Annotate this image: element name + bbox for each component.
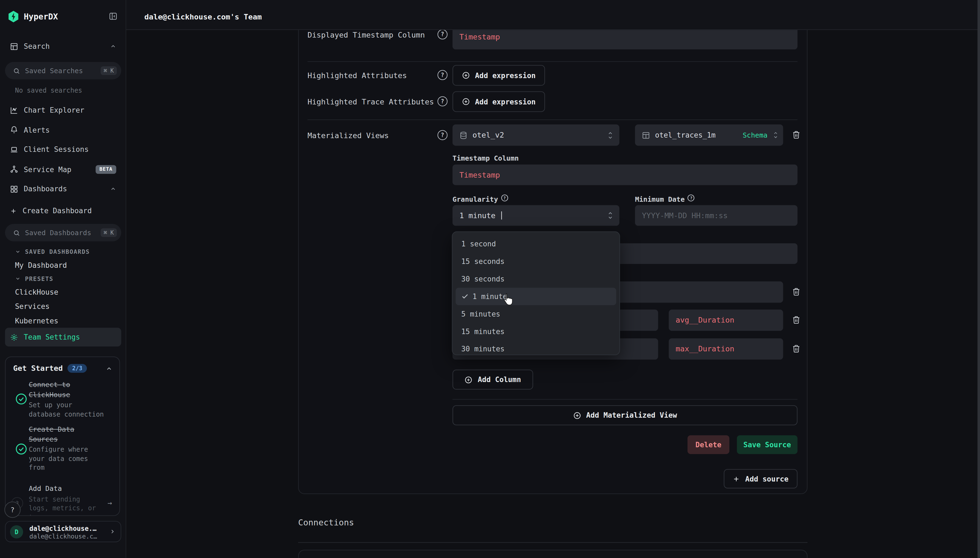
sidebar-item-alerts[interactable]: Alerts xyxy=(5,122,121,138)
sidebar-item-services[interactable]: Services xyxy=(15,302,49,311)
plus-circle-icon xyxy=(573,411,581,419)
laptop-icon xyxy=(10,146,18,154)
label-text: Minimum Date xyxy=(635,195,684,204)
get-started-item[interactable]: Connect to ClickHouse Set up your databa… xyxy=(29,380,120,418)
sidebar-item-kubernetes[interactable]: Kubernetes xyxy=(15,317,58,325)
select-value: otel_traces_1m xyxy=(655,131,715,140)
create-dashboard-label: Create Dashboard xyxy=(23,206,92,215)
avatar: D xyxy=(10,525,23,538)
saved-dashboards-section-header[interactable]: SAVED DASHBOARDS xyxy=(15,248,90,255)
granularity-select[interactable]: 1 minute xyxy=(453,205,619,226)
help-icon[interactable]: ? xyxy=(688,195,695,202)
granularity-dropdown: 1 second 15 seconds 30 seconds 1 minute … xyxy=(452,231,620,355)
add-source-button[interactable]: Add source xyxy=(724,469,797,488)
input-placeholder: YYYY-MM-DD HH:mm:ss xyxy=(642,211,728,220)
presets-section-header[interactable]: PRESETS xyxy=(15,275,53,282)
add-column-button[interactable]: Add Column xyxy=(453,370,533,390)
create-dashboard-button[interactable]: Create Dashboard xyxy=(5,202,121,219)
dropdown-option[interactable]: 15 seconds xyxy=(455,253,616,270)
page-title: dale@clickhouse.com's Team xyxy=(144,13,262,21)
button-label: Add Column xyxy=(478,375,521,384)
label-text: Granularity xyxy=(453,195,498,204)
delete-column-icon[interactable] xyxy=(792,315,801,325)
no-saved-searches-text: No saved searches xyxy=(15,86,82,94)
section-header-label: SAVED DASHBOARDS xyxy=(25,248,90,255)
connections-title: Connections xyxy=(298,517,354,527)
sidebar-item-client-sessions[interactable]: Client Sessions xyxy=(5,141,121,158)
collapse-sidebar-icon[interactable] xyxy=(109,12,118,21)
delete-column-icon[interactable] xyxy=(792,344,801,353)
search-icon xyxy=(13,229,20,236)
chart-explorer-icon xyxy=(10,106,18,114)
check-icon xyxy=(461,293,469,300)
materialized-views-label: Materialized Views xyxy=(308,131,389,140)
chevron-up-icon xyxy=(110,186,116,192)
dropdown-option-selected[interactable]: 1 minute xyxy=(455,288,616,305)
dashboards-icon xyxy=(10,185,18,193)
user-email: dale@clickhouse.c… xyxy=(29,533,97,540)
dropdown-option[interactable]: 15 minutes xyxy=(455,323,616,340)
highlighted-attributes-label: Highlighted Attributes xyxy=(308,71,407,80)
app-root: HyperDX Search Saved Searches ⌘ K No sav… xyxy=(0,0,980,558)
help-icon[interactable]: ? xyxy=(437,70,448,80)
help-button[interactable]: ? xyxy=(4,502,21,518)
sidebar-item-team-settings[interactable]: Team Settings xyxy=(5,328,121,346)
timestamp-column-label: Timestamp Column xyxy=(453,154,519,163)
dropdown-option[interactable]: 30 seconds xyxy=(455,270,616,288)
column-name-input[interactable]: avg__Duration xyxy=(669,310,783,331)
help-icon[interactable]: ? xyxy=(501,195,508,202)
saved-searches-input[interactable]: Saved Searches ⌘ K xyxy=(5,62,121,79)
dropdown-option[interactable]: 30 minutes xyxy=(455,340,616,358)
user-menu[interactable]: D dale@clickhouse.… dale@clickhouse.c… xyxy=(5,521,121,542)
button-label: Add Materialized View xyxy=(586,411,677,420)
sidebar-item-my-dashboard[interactable]: My Dashboard xyxy=(15,261,67,270)
add-materialized-view-button[interactable]: Add Materialized View xyxy=(453,405,798,425)
materialized-table-select[interactable]: otel_traces_1m Schema xyxy=(635,125,783,146)
gear-icon xyxy=(10,333,18,341)
sidebar-item-label: Search xyxy=(24,42,50,51)
dropdown-option[interactable]: 5 minutes xyxy=(455,305,616,323)
saved-dashboards-placeholder: Saved Dashboards xyxy=(25,228,95,237)
sidebar-item-label: Dashboards xyxy=(24,184,67,193)
chevron-right-icon xyxy=(109,528,116,535)
sidebar-item-search[interactable]: Search xyxy=(5,38,121,54)
team-settings-label: Team Settings xyxy=(24,333,80,341)
schema-badge[interactable]: Schema xyxy=(743,131,767,139)
search-icon xyxy=(13,67,20,74)
help-icon[interactable]: ? xyxy=(437,96,448,106)
delete-materialized-view-icon[interactable] xyxy=(792,130,801,140)
get-started-item[interactable]: Create Data Sources Configure where your… xyxy=(29,425,120,472)
displayed-timestamp-input[interactable]: Timestamp xyxy=(453,30,798,49)
get-started-header[interactable]: Get Started 2/3 xyxy=(13,364,87,373)
get-started-card: Get Started 2/3 Connect to ClickHouse Se… xyxy=(5,356,120,516)
service-map-icon xyxy=(10,165,18,173)
chevron-up-icon[interactable] xyxy=(106,365,113,372)
sidebar-item-clickhouse[interactable]: ClickHouse xyxy=(15,288,58,297)
help-icon[interactable]: ? xyxy=(437,130,448,140)
add-expression-button[interactable]: Add expression xyxy=(453,91,545,112)
button-label: Add source xyxy=(745,474,789,483)
check-circle-icon xyxy=(15,443,28,456)
scrollbar[interactable] xyxy=(978,0,980,558)
button-label: Add expression xyxy=(475,97,535,106)
delete-column-icon[interactable] xyxy=(792,287,801,296)
saved-searches-placeholder: Saved Searches xyxy=(25,67,95,75)
minimum-date-input[interactable]: YYYY-MM-DD HH:mm:ss xyxy=(635,205,797,226)
search-section-icon xyxy=(10,42,18,51)
saved-dashboards-input[interactable]: Saved Dashboards ⌘ K xyxy=(5,224,121,241)
sidebar-item-service-map[interactable]: Service Map BETA xyxy=(5,161,121,177)
shortcut-badge: ⌘ K xyxy=(100,228,117,237)
add-expression-button[interactable]: Add expression xyxy=(453,65,545,85)
get-started-item[interactable]: Add Data Start sending logs, metrics, or… xyxy=(29,484,120,516)
column-name-input[interactable]: max__Duration xyxy=(669,338,783,360)
save-source-button[interactable]: Save Source xyxy=(737,435,797,454)
timestamp-column-input[interactable]: Timestamp xyxy=(453,164,798,185)
materialized-view-select[interactable]: otel_v2 xyxy=(453,125,619,146)
delete-source-button[interactable]: Delete xyxy=(687,435,730,454)
chevron-down-icon xyxy=(15,249,21,254)
help-icon[interactable]: ? xyxy=(437,30,448,39)
sidebar-item-chart-explorer[interactable]: Chart Explorer xyxy=(5,102,121,118)
minimum-date-label: Minimum Date? xyxy=(635,195,695,204)
dropdown-option[interactable]: 1 second xyxy=(455,235,616,253)
sidebar-item-dashboards[interactable]: Dashboards xyxy=(5,181,121,197)
